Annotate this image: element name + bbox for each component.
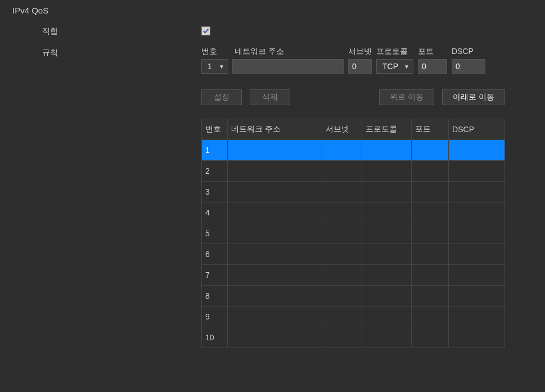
num-select[interactable]: 1 ▼ — [201, 59, 228, 74]
cell-num: 9 — [202, 307, 228, 327]
table-row[interactable]: 2 — [202, 161, 505, 182]
cell-addr — [227, 244, 322, 265]
cell-num: 2 — [202, 161, 228, 182]
rules-label: 규칙 — [0, 47, 201, 58]
th-dscp: DSCP — [449, 119, 505, 140]
cell-dscp — [449, 182, 505, 202]
th-addr: 네트워크 주소 — [227, 119, 322, 140]
cell-num: 10 — [202, 327, 228, 348]
header-dscp: DSCP — [452, 47, 485, 57]
header-addr: 네트워크 주소 — [232, 47, 348, 57]
cell-proto — [362, 327, 412, 348]
table-row[interactable]: 9 — [202, 307, 505, 327]
cell-proto — [362, 161, 412, 182]
chevron-down-icon: ▼ — [219, 64, 224, 70]
delete-button[interactable]: 삭제 — [250, 89, 290, 105]
cell-proto — [362, 265, 412, 286]
cell-subnet — [322, 265, 362, 286]
header-proto: 프로토콜 — [376, 47, 418, 57]
cell-addr — [227, 161, 322, 182]
header-num: 번호 — [201, 47, 232, 57]
cell-addr — [227, 286, 322, 307]
subnet-input[interactable] — [348, 59, 372, 74]
th-port: 포트 — [412, 119, 449, 140]
cell-dscp — [449, 223, 505, 244]
network-address-input[interactable] — [232, 59, 344, 74]
cell-dscp — [449, 265, 505, 286]
cell-proto — [362, 223, 412, 244]
cell-dscp — [449, 161, 505, 182]
table-row[interactable]: 1 — [202, 140, 505, 161]
checkmark-icon — [202, 27, 210, 35]
cell-addr — [227, 307, 322, 327]
cell-port — [412, 202, 449, 223]
cell-subnet — [322, 182, 362, 202]
header-port: 포트 — [418, 47, 452, 57]
rules-table: 번호 네트워크 주소 서브넷 프로토콜 포트 DSCP 12345678910 — [201, 119, 505, 348]
cell-proto — [362, 307, 412, 327]
th-proto: 프로토콜 — [362, 119, 412, 140]
cell-proto — [362, 140, 412, 161]
cell-dscp — [449, 327, 505, 348]
cell-dscp — [449, 140, 505, 161]
protocol-select[interactable]: TCP ▼ — [376, 59, 413, 74]
cell-proto — [362, 286, 412, 307]
cell-subnet — [322, 244, 362, 265]
cell-subnet — [322, 140, 362, 161]
cell-subnet — [322, 161, 362, 182]
table-row[interactable]: 3 — [202, 182, 505, 202]
cell-subnet — [322, 223, 362, 244]
cell-proto — [362, 202, 412, 223]
cell-num: 8 — [202, 286, 228, 307]
cell-subnet — [322, 202, 362, 223]
page-title: IPv4 QoS — [0, 0, 545, 15]
cell-addr — [227, 265, 322, 286]
cell-num: 3 — [202, 182, 228, 202]
table-row[interactable]: 4 — [202, 202, 505, 223]
cell-num: 1 — [202, 140, 228, 161]
cell-proto — [362, 244, 412, 265]
cell-addr — [227, 140, 322, 161]
cell-port — [412, 327, 449, 348]
apply-checkbox[interactable] — [201, 26, 210, 35]
cell-dscp — [449, 244, 505, 265]
table-row[interactable]: 8 — [202, 286, 505, 307]
apply-label: 적합 — [0, 25, 201, 37]
cell-num: 7 — [202, 265, 228, 286]
cell-port — [412, 182, 449, 202]
cell-subnet — [322, 327, 362, 348]
cell-port — [412, 265, 449, 286]
table-row[interactable]: 6 — [202, 244, 505, 265]
move-down-button[interactable]: 아래로 이동 — [442, 89, 505, 105]
cell-num: 4 — [202, 202, 228, 223]
cell-port — [412, 244, 449, 265]
cell-port — [412, 286, 449, 307]
cell-num: 5 — [202, 223, 228, 244]
cell-proto — [362, 182, 412, 202]
set-button[interactable]: 설정 — [201, 89, 242, 105]
cell-addr — [227, 202, 322, 223]
cell-dscp — [449, 286, 505, 307]
header-subnet: 서브넷 — [348, 47, 376, 57]
cell-dscp — [449, 202, 505, 223]
cell-dscp — [449, 307, 505, 327]
port-input[interactable] — [418, 59, 447, 74]
cell-port — [412, 307, 449, 327]
protocol-select-value: TCP — [382, 62, 398, 71]
cell-port — [412, 161, 449, 182]
cell-port — [412, 223, 449, 244]
cell-addr — [227, 327, 322, 348]
cell-addr — [227, 223, 322, 244]
move-up-button[interactable]: 위로 이동 — [379, 89, 434, 105]
table-row[interactable]: 10 — [202, 327, 505, 348]
chevron-down-icon: ▼ — [404, 64, 409, 70]
table-row[interactable]: 5 — [202, 223, 505, 244]
th-subnet: 서브넷 — [322, 119, 362, 140]
cell-subnet — [322, 307, 362, 327]
table-row[interactable]: 7 — [202, 265, 505, 286]
dscp-input[interactable] — [452, 59, 485, 74]
cell-port — [412, 140, 449, 161]
cell-num: 6 — [202, 244, 228, 265]
th-num: 번호 — [202, 119, 228, 140]
cell-subnet — [322, 286, 362, 307]
